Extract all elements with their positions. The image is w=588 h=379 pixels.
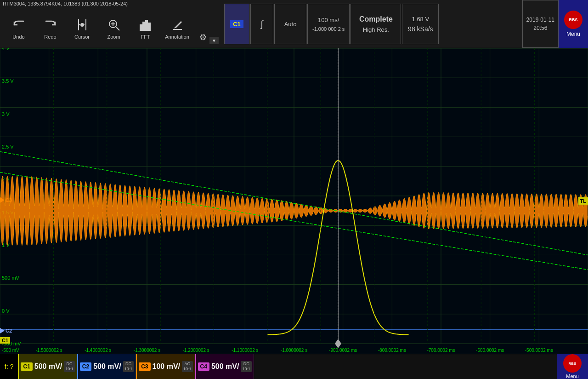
freq-display: f: ?	[0, 354, 18, 379]
tl-badge: TL	[578, 197, 588, 205]
status-panel: C1 ∫ Auto 100 ms/ -1.000 000 2 s Complet…	[220, 0, 522, 48]
ch2-info[interactable]: C2 500 mV/ DC 10:1	[77, 354, 136, 379]
cursor-line	[338, 48, 339, 344]
bottom-rbs-logo: RBS	[563, 354, 582, 373]
ch3-info[interactable]: C3 100 mV/ AC 10:1	[136, 354, 195, 379]
bottom-bar: f: ? C1 500 mV/ DC 10:1 C2 500 mV/ DC 10…	[0, 354, 588, 379]
zoom-button[interactable]: Zoom	[99, 12, 129, 45]
svg-line-4	[116, 27, 119, 30]
dropdown-button[interactable]: ▼	[209, 37, 219, 44]
fft-button[interactable]: FFT	[130, 12, 160, 45]
acquisition-status: Complete High Res.	[351, 4, 401, 44]
settings-button[interactable]: ⚙	[198, 30, 209, 44]
svg-rect-10	[148, 23, 150, 30]
svg-rect-7	[140, 25, 142, 30]
svg-point-2	[81, 23, 84, 26]
c1-badge: C1	[0, 337, 10, 344]
title-bar: RTM3004; 1335.8794K04; 101383 (01.300 20…	[0, 0, 130, 7]
cursor-triangle	[335, 339, 341, 344]
voltage-display: 1.68 V 98 kSa/s	[402, 4, 439, 44]
c3-channel-marker: C3	[0, 197, 12, 203]
ch1-info[interactable]: C1 500 mV/ DC 10:1	[18, 354, 77, 379]
oscilloscope-display: C3 C2 C1 TL	[0, 48, 588, 354]
ch1-badge: C1	[21, 362, 32, 371]
ch2-badge: C2	[80, 362, 91, 371]
timebase-control[interactable]: 100 ms/ -1.000 000 2 s	[307, 4, 350, 44]
gear-area: ⚙ ▼	[196, 0, 220, 48]
cursor-button[interactable]: Cursor	[67, 12, 97, 45]
ch4-badge: C4	[198, 362, 209, 371]
undo-button[interactable]: Undo	[4, 12, 34, 45]
menu-button[interactable]: RBS Menu	[559, 0, 588, 48]
redo-button[interactable]: Redo	[35, 12, 65, 45]
trigger-mode[interactable]: Auto	[274, 4, 306, 44]
ch4-info[interactable]: C4 500 mV/ DC 10:1	[195, 354, 254, 379]
rbs-logo: RBS	[564, 11, 582, 29]
waveform-canvas	[0, 48, 588, 354]
math-selector[interactable]: ∫	[250, 4, 273, 44]
channel-selector[interactable]: C1	[224, 4, 249, 44]
c2-channel-marker: C2	[0, 328, 12, 333]
svg-rect-9	[146, 20, 147, 30]
bottom-menu-button[interactable]: RBS Menu	[557, 354, 588, 379]
svg-rect-8	[143, 22, 145, 30]
datetime-display: 2019-01-11 20:56	[522, 0, 559, 48]
ch3-badge: C3	[139, 362, 150, 371]
annotation-button[interactable]: Annotation	[162, 12, 192, 45]
